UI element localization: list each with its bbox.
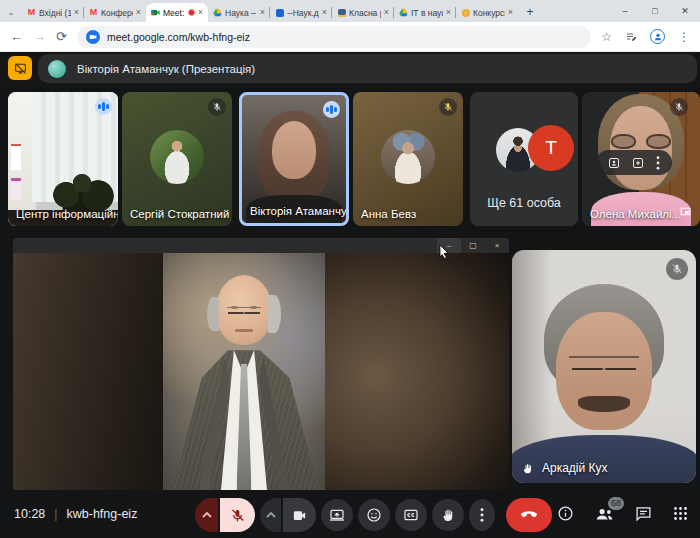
meeting-code: kwb-hfng-eiz (67, 507, 138, 521)
tab-title: ІТ в науці (411, 8, 443, 18)
tab-meet-active[interactable]: Meet: × (146, 3, 208, 22)
presentation-banner: Вікторія Атаманчук (Презентація) (0, 52, 700, 88)
tab-conference[interactable]: M Конферен × (84, 3, 146, 22)
tab-close-icon[interactable]: × (260, 8, 265, 17)
window-close-button[interactable]: ✕ (670, 6, 700, 16)
tab-science-drive[interactable]: Наука – G × (208, 3, 270, 22)
tile-more-options-icon[interactable] (656, 156, 660, 170)
tab-it-science[interactable]: ІТ в науці × (394, 3, 456, 22)
mic-muted-icon (670, 98, 688, 116)
browser-menu-icon[interactable]: ⋮ (678, 30, 690, 44)
profile-avatar[interactable] (650, 29, 665, 44)
tab-science-doc[interactable]: --Наук.ді × (270, 3, 332, 22)
shared-window-titlebar: – ▢ × (13, 238, 509, 253)
video-tile-anna-bevz[interactable]: Анна Бевз (353, 92, 463, 226)
tab-close-icon[interactable]: × (508, 8, 513, 17)
participant-name: Вікторія Атаманчук (250, 205, 349, 217)
remove-tile-icon[interactable] (632, 157, 644, 169)
back-icon[interactable]: ← (10, 30, 23, 43)
video-tile-viktoriya-atamanchuk[interactable]: Вікторія Атаманчук (239, 92, 349, 226)
reactions-button[interactable] (358, 499, 390, 531)
url-text: meet.google.com/kwb-hfng-eiz (107, 31, 250, 43)
tab-title: Наука – G (225, 8, 257, 18)
presenter-avatar (48, 60, 66, 78)
tab-title: Вхідні (10 (39, 8, 71, 18)
mic-muted-icon (439, 98, 457, 116)
presentation-paused-icon[interactable] (8, 56, 32, 80)
remote-cursor (439, 245, 449, 259)
activities-button[interactable] (673, 506, 688, 521)
people-panel-button[interactable]: 68 (595, 506, 614, 522)
pin-tile-icon[interactable] (608, 157, 620, 169)
browser-toolbar: ← → ⟳ meet.google.com/kwb-hfng-eiz ☆ ⋮ (0, 22, 700, 52)
tab-recording-indicator-icon (188, 9, 195, 16)
tab-title: Meet: (163, 8, 185, 18)
presenter-name: Вікторія Атаманчук (Презентація) (77, 63, 255, 75)
tab-close-icon[interactable]: × (446, 8, 451, 17)
camera-options-chevron[interactable] (260, 498, 281, 532)
present-screen-button[interactable] (321, 499, 353, 531)
audio-speaking-icon (323, 101, 340, 118)
shared-window-close-icon: × (485, 238, 509, 253)
raise-hand-button[interactable] (432, 499, 464, 531)
video-tile-center-informatsiyn[interactable]: Центр інформаційн... (8, 92, 118, 226)
mic-control (195, 498, 255, 532)
people-count-badge: 68 (608, 497, 624, 510)
tab-close-icon[interactable]: × (322, 8, 327, 17)
tile-hover-actions (596, 150, 672, 175)
captions-button[interactable] (395, 499, 427, 531)
tab-close-icon[interactable]: × (198, 8, 203, 17)
camera-toggle-button[interactable] (283, 498, 316, 532)
classroom-icon (337, 8, 346, 17)
shared-window-maximize-icon: ▢ (461, 238, 485, 253)
meeting-details-button[interactable] (557, 505, 574, 522)
tab-inbox[interactable]: M Вхідні (10 × (22, 3, 84, 22)
tab-contests[interactable]: Конкурси × (456, 3, 518, 22)
reading-list-icon[interactable] (625, 31, 637, 43)
gmail-icon: M (89, 8, 98, 17)
chat-panel-button[interactable] (635, 505, 652, 522)
shared-photo-content (13, 253, 509, 490)
drive-icon (213, 8, 222, 17)
call-controls (195, 498, 552, 532)
tab-classroom[interactable]: Класна р × (332, 3, 394, 22)
meet-site-icon (86, 30, 100, 44)
overflow-tile-more-people[interactable]: T Ще 61 особа (470, 92, 578, 226)
hand-raised-icon (522, 462, 534, 475)
tab-title: --Наук.ді (287, 8, 319, 18)
meeting-info: 10:28 | kwb-hfng-eiz (14, 507, 137, 521)
tab-close-icon[interactable]: × (136, 8, 141, 17)
tab-title: Конферен (101, 8, 133, 18)
tab-close-icon[interactable]: × (384, 8, 389, 17)
mic-options-chevron[interactable] (195, 498, 218, 532)
mic-mute-button[interactable] (220, 498, 255, 532)
mic-muted-icon (208, 98, 226, 116)
tab-title: Конкурси (473, 8, 505, 18)
new-tab-button[interactable]: + (522, 4, 538, 20)
window-minimize-button[interactable]: – (610, 6, 640, 16)
participant-name: Сергій Стократний (130, 208, 229, 220)
award-icon (461, 8, 470, 17)
forward-icon[interactable]: → (33, 30, 46, 43)
video-tile-olena-mykhayli[interactable]: Олена Михайлі... (582, 92, 700, 226)
tab-title: Класна р (349, 8, 381, 18)
participant-name: Олена Михайлі... (590, 208, 681, 220)
more-options-button[interactable] (469, 499, 495, 531)
reload-icon[interactable]: ⟳ (56, 30, 67, 43)
bookmark-star-icon[interactable]: ☆ (601, 30, 612, 44)
window-maximize-button[interactable]: □ (640, 6, 670, 16)
drive-icon (399, 8, 408, 17)
meet-icon (151, 8, 160, 17)
end-call-button[interactable] (506, 498, 552, 532)
tab-close-icon[interactable]: × (74, 8, 79, 17)
more-people-count: Ще 61 особа (470, 196, 578, 210)
video-tile-serhiy-stokratnyi[interactable]: Сергій Стократний (122, 92, 232, 226)
browser-tab-strip: ⌄ M Вхідні (10 × M Конферен × Meet: × На… (0, 0, 700, 22)
mic-muted-icon (666, 258, 688, 280)
address-bar[interactable]: meet.google.com/kwb-hfng-eiz (77, 26, 591, 48)
participant-avatar (150, 130, 204, 184)
tab-search-button[interactable]: ⌄ (4, 5, 18, 19)
video-tile-arkadiy-kukh[interactable]: Аркадій Кух (512, 250, 696, 483)
popout-tile-icon[interactable] (679, 205, 692, 218)
participant-name: Анна Бевз (361, 208, 416, 220)
